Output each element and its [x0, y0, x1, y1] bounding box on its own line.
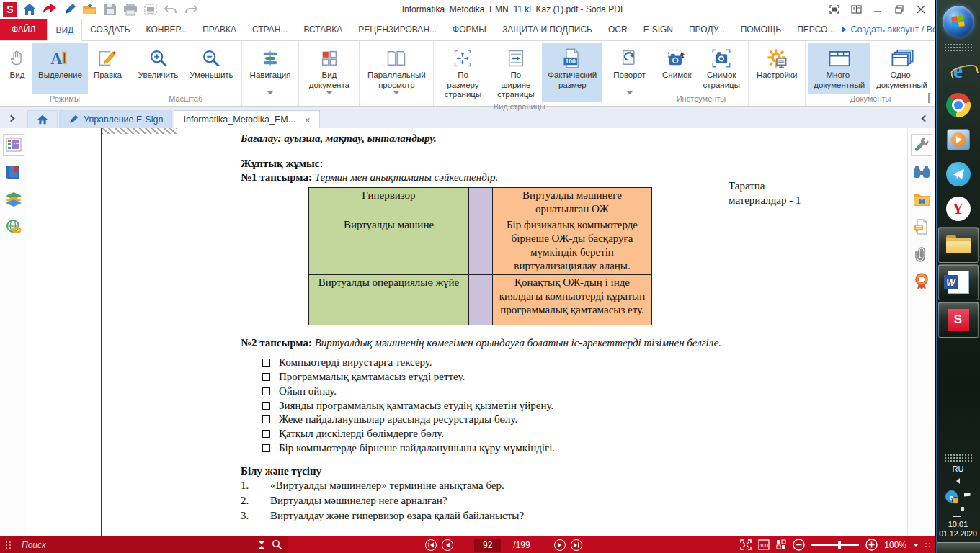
open-folder-icon[interactable]	[82, 2, 98, 17]
fit-page-button[interactable]: По размеру страницы	[436, 43, 489, 102]
tab-view[interactable]: ВИД	[47, 19, 82, 41]
word-button[interactable]: W	[938, 264, 979, 300]
actual-size-button[interactable]: 100Фактический размер	[542, 43, 602, 102]
tab-pages[interactable]: СТРАН...	[244, 19, 295, 40]
panel-collapse-chevron[interactable]	[915, 109, 934, 127]
drag-grip-icon[interactable]	[6, 541, 12, 549]
checkbox-icon[interactable]	[262, 444, 270, 452]
tab-edit[interactable]: ПРАВКА	[195, 19, 244, 40]
page-thumbnails-tool[interactable]	[3, 134, 24, 156]
fit-width-button[interactable]: По ширине страницы	[490, 43, 543, 102]
tab-personalize[interactable]: ПЕРСО...	[789, 19, 842, 40]
layers-tool[interactable]	[3, 189, 24, 210]
close-tab-icon[interactable]: ×	[305, 114, 311, 125]
soda-pdf-taskbar-button[interactable]: S	[938, 302, 979, 338]
edit-mode-button[interactable]: Правка	[88, 43, 128, 94]
tab-file[interactable]: ФАЙЛ	[0, 19, 47, 40]
print-icon[interactable]	[122, 2, 138, 17]
previous-page-button[interactable]	[442, 539, 453, 551]
pdf-viewport[interactable]: Бағалау: ауызша, мақтау, ынталандыру. Жұ…	[28, 128, 906, 536]
start-button[interactable]	[943, 6, 974, 37]
checkbox-icon[interactable]	[262, 387, 270, 395]
save-icon[interactable]	[102, 2, 118, 17]
show-hidden-icons-arrow[interactable]	[956, 478, 960, 484]
parallel-view-dropdown[interactable]	[362, 94, 431, 106]
clock-time[interactable]: 10:01	[948, 519, 968, 529]
document-view-dropdown[interactable]	[301, 94, 357, 106]
network-icon[interactable]	[953, 507, 964, 517]
actual-size-icon[interactable]: 100	[758, 539, 770, 550]
zoom-slider[interactable]	[811, 544, 859, 546]
settings-button[interactable]: Настройки	[751, 43, 803, 94]
internet-explorer-icon[interactable]: e	[941, 55, 976, 86]
tab-create[interactable]: СОЗДАТЬ	[82, 19, 138, 40]
bookmarks-tool[interactable]	[3, 161, 24, 183]
checkbox-icon[interactable]	[262, 415, 270, 423]
comments-panel-button[interactable]	[911, 216, 932, 238]
current-page-input[interactable]: 92	[474, 539, 501, 552]
show-desktop-button[interactable]	[936, 542, 980, 553]
links-tool[interactable]	[3, 216, 24, 238]
navigation-dropdown[interactable]	[244, 94, 297, 106]
tab-convert[interactable]: КОНВЕР...	[138, 19, 195, 40]
chrome-icon[interactable]	[941, 89, 976, 121]
zoom-in-button[interactable]	[865, 539, 878, 551]
reading-mode-icon[interactable]	[850, 4, 862, 14]
fullscreen-icon[interactable]	[829, 4, 840, 14]
advanced-search-panel-button[interactable]	[911, 189, 932, 210]
file-explorer-button[interactable]	[938, 227, 979, 263]
media-player-icon[interactable]	[941, 124, 976, 156]
checkbox-icon[interactable]	[262, 373, 270, 381]
current-doc-tab[interactable]: Informatika_Metodika_EM...×	[174, 110, 319, 128]
last-page-button[interactable]	[571, 539, 582, 551]
redo-icon[interactable]	[183, 2, 199, 17]
search-input[interactable]: Поиск	[22, 540, 259, 550]
multi-document-button[interactable]: Много-документный	[808, 43, 870, 94]
certify-panel-button[interactable]	[911, 271, 932, 292]
search-icon[interactable]	[272, 539, 282, 550]
checkbox-icon[interactable]	[262, 430, 270, 438]
tab-secure-sign[interactable]: ЗАЩИТА И ПОДПИСЬ	[494, 19, 600, 40]
rotate-dropdown[interactable]	[607, 94, 651, 106]
navigation-button[interactable]: Навигация	[244, 43, 297, 94]
zoom-level-label[interactable]: 100%	[884, 540, 906, 550]
search-panel-button[interactable]	[911, 161, 932, 183]
panel-expand-chevron[interactable]	[1, 109, 20, 127]
undo-icon[interactable]	[163, 2, 179, 17]
parallel-view-button[interactable]: Параллельный просмотр	[362, 43, 431, 94]
single-document-button[interactable]: Одно-документный	[870, 43, 933, 94]
close-button[interactable]	[915, 4, 927, 14]
checkbox-icon[interactable]	[262, 359, 270, 367]
tab-ocr[interactable]: OCR	[600, 19, 636, 40]
tab-esign[interactable]: E-SIGN	[636, 19, 681, 40]
esign-doc-tab[interactable]: Управление E-Sign	[59, 110, 172, 128]
home-tab[interactable]	[27, 110, 58, 128]
zoom-dropdown-icon[interactable]	[913, 544, 919, 547]
restore-button[interactable]	[894, 4, 905, 14]
next-page-button[interactable]	[554, 539, 566, 551]
zoom-out-button[interactable]	[793, 539, 805, 551]
home-icon[interactable]	[22, 2, 37, 17]
tools-panel-button[interactable]	[911, 134, 932, 156]
minimize-button[interactable]	[872, 4, 883, 14]
soda-logo-icon[interactable]: S	[3, 2, 17, 17]
clock-date[interactable]: 01.12.2020	[939, 529, 977, 539]
rotate-button[interactable]: Поворот	[607, 43, 651, 94]
zoom-in-button[interactable]: Увеличить	[133, 43, 184, 94]
tab-help[interactable]: ПОМОЩЬ	[733, 19, 789, 40]
zoom-out-button[interactable]: Уменьшить	[184, 43, 239, 94]
fit-screen-icon[interactable]	[740, 539, 752, 550]
zoom-slider-thumb[interactable]	[838, 541, 841, 549]
tab-products[interactable]: ПРОДУ...	[681, 19, 733, 40]
first-page-button[interactable]	[425, 539, 437, 551]
snapshot-button[interactable]: Снимок	[656, 43, 697, 94]
search-direction-toggles[interactable]	[259, 541, 264, 549]
print-area-icon[interactable]	[143, 2, 159, 17]
telegram-icon[interactable]	[941, 158, 976, 190]
tab-insert[interactable]: ВСТАВКА	[295, 19, 350, 40]
share-icon[interactable]	[42, 2, 58, 17]
attachments-panel-button[interactable]	[911, 243, 932, 265]
language-indicator[interactable]: RU	[953, 464, 964, 474]
tab-review[interactable]: РЕЦЕНЗИРОВАН...	[350, 19, 445, 40]
page-snapshot-button[interactable]: Снимок страницы	[697, 43, 745, 94]
